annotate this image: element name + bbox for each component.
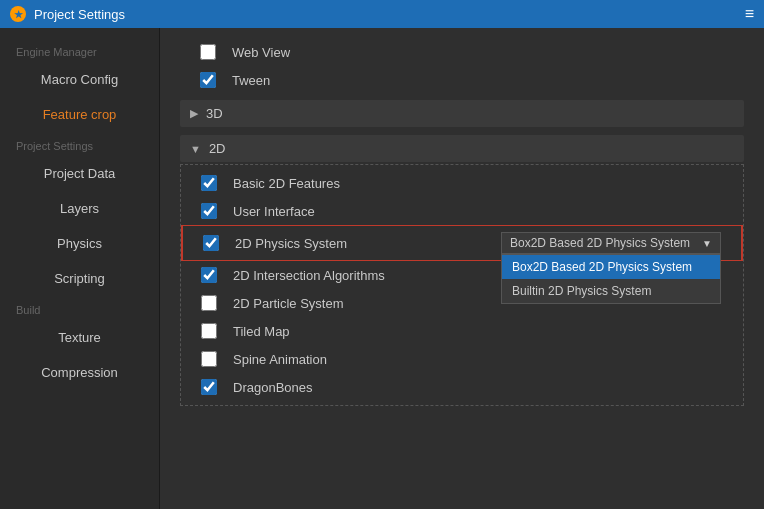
- arrow-icon-2d: ▼: [190, 143, 201, 155]
- sidebar-item-texture[interactable]: Texture: [0, 320, 159, 355]
- sidebar: Engine Manager Macro Config Feature crop…: [0, 28, 160, 509]
- dropdown-selected-label: Box2D Based 2D Physics System: [510, 236, 690, 250]
- checkbox-basic2d[interactable]: [201, 175, 217, 191]
- window-title: Project Settings: [34, 7, 125, 22]
- dropdown-option-box2d[interactable]: Box2D Based 2D Physics System: [502, 255, 720, 279]
- label-tiledmap[interactable]: Tiled Map: [233, 324, 290, 339]
- physics-dropdown-menu: Box2D Based 2D Physics System Builtin 2D…: [501, 254, 721, 304]
- feature-row-tween: Tween: [180, 66, 744, 94]
- title-bar: ★ Project Settings ≡: [0, 0, 764, 28]
- label-basic2d[interactable]: Basic 2D Features: [233, 176, 340, 191]
- label-dragonbones[interactable]: DragonBones: [233, 380, 313, 395]
- feature-row-spine: Spine Animation: [181, 345, 743, 373]
- feature-row-physics2d: 2D Physics System Box2D Based 2D Physics…: [181, 225, 743, 261]
- sidebar-item-compression[interactable]: Compression: [0, 355, 159, 390]
- section-header-3d[interactable]: ▶ 3D: [180, 100, 744, 127]
- engine-manager-label: Engine Manager: [0, 38, 159, 62]
- checkbox-webview[interactable]: [200, 44, 216, 60]
- sidebar-item-physics[interactable]: Physics: [0, 226, 159, 261]
- main-layout: Engine Manager Macro Config Feature crop…: [0, 28, 764, 509]
- menu-icon[interactable]: ≡: [745, 5, 754, 23]
- section-label-2d: 2D: [209, 141, 226, 156]
- sidebar-item-scripting[interactable]: Scripting: [0, 261, 159, 296]
- label-intersection[interactable]: 2D Intersection Algorithms: [233, 268, 385, 283]
- content-area: Web View Tween ▶ 3D ▼ 2D Basic 2D Featur…: [160, 28, 764, 509]
- feature-row-ui: User Interface: [181, 197, 743, 225]
- sidebar-item-feature-crop[interactable]: Feature crop: [0, 97, 159, 132]
- app-icon: ★: [10, 6, 26, 22]
- checkbox-intersection[interactable]: [201, 267, 217, 283]
- checkbox-particle[interactable]: [201, 295, 217, 311]
- checkbox-spine[interactable]: [201, 351, 217, 367]
- label-physics2d[interactable]: 2D Physics System: [235, 236, 347, 251]
- project-settings-label: Project Settings: [0, 132, 159, 156]
- physics-dropdown-selected[interactable]: Box2D Based 2D Physics System ▼: [501, 232, 721, 254]
- feature-row-basic2d: Basic 2D Features: [181, 169, 743, 197]
- dropdown-arrow-icon: ▼: [702, 238, 712, 249]
- physics-dropdown-container: Box2D Based 2D Physics System ▼ Box2D Ba…: [501, 232, 721, 254]
- feature-row-webview: Web View: [180, 38, 744, 66]
- build-label: Build: [0, 296, 159, 320]
- checkbox-tween[interactable]: [200, 72, 216, 88]
- arrow-icon-3d: ▶: [190, 107, 198, 120]
- feature-row-tiledmap: Tiled Map: [181, 317, 743, 345]
- section-label-3d: 3D: [206, 106, 223, 121]
- checkbox-physics2d[interactable]: [203, 235, 219, 251]
- sidebar-item-project-data[interactable]: Project Data: [0, 156, 159, 191]
- label-webview[interactable]: Web View: [232, 45, 290, 60]
- feature-row-dragonbones: DragonBones: [181, 373, 743, 401]
- label-spine[interactable]: Spine Animation: [233, 352, 327, 367]
- feature-list-2d: Basic 2D Features User Interface 2D Phys…: [180, 164, 744, 406]
- label-particle[interactable]: 2D Particle System: [233, 296, 344, 311]
- checkbox-tiledmap[interactable]: [201, 323, 217, 339]
- dropdown-option-builtin[interactable]: Builtin 2D Physics System: [502, 279, 720, 303]
- section-header-2d[interactable]: ▼ 2D: [180, 135, 744, 162]
- label-ui[interactable]: User Interface: [233, 204, 315, 219]
- label-tween[interactable]: Tween: [232, 73, 270, 88]
- sidebar-item-macro-config[interactable]: Macro Config: [0, 62, 159, 97]
- sidebar-item-layers[interactable]: Layers: [0, 191, 159, 226]
- checkbox-dragonbones[interactable]: [201, 379, 217, 395]
- checkbox-ui[interactable]: [201, 203, 217, 219]
